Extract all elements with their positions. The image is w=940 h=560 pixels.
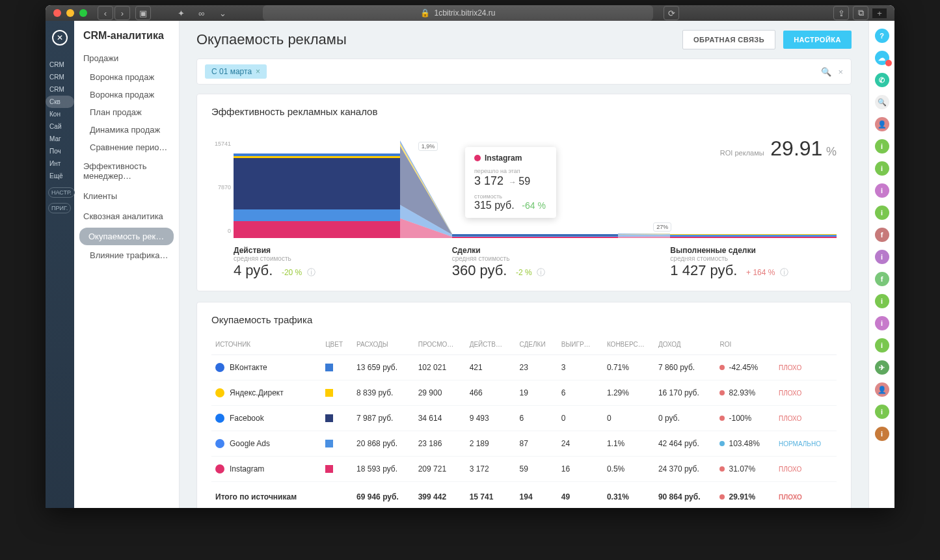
- sidebar-item[interactable]: План продаж: [74, 103, 179, 121]
- sidebar-item[interactable]: Влияние трафика на пр…: [74, 247, 179, 264]
- info-icon[interactable]: i: [875, 250, 889, 264]
- column-header[interactable]: [775, 334, 837, 355]
- tabs-icon[interactable]: ⧉: [853, 6, 868, 20]
- avatar[interactable]: 👤: [875, 117, 889, 131]
- feedback-button[interactable]: ОБРАТНАЯ СВЯЗЬ: [682, 30, 775, 49]
- info-icon[interactable]: i: [875, 206, 889, 220]
- column-header[interactable]: ROI: [716, 334, 775, 355]
- rail-item[interactable]: Инт: [46, 157, 74, 170]
- sidebar: CRM-аналитика ПродажиВоронка продажВорон…: [74, 21, 180, 508]
- chat-icon[interactable]: ✆: [875, 73, 889, 87]
- window-max-icon[interactable]: [79, 9, 87, 17]
- info-icon[interactable]: ⓘ: [307, 267, 316, 277]
- pocket-icon[interactable]: ⌄: [213, 6, 232, 20]
- new-tab-button[interactable]: +: [872, 8, 887, 18]
- reload-icon[interactable]: ⟳: [664, 6, 679, 20]
- ext-icon[interactable]: ∞: [193, 6, 211, 20]
- info-icon[interactable]: i: [875, 161, 889, 176]
- window-close-icon[interactable]: [53, 9, 61, 17]
- sidebar-item[interactable]: Окупаемость рекламы: [79, 228, 174, 245]
- chip-remove-icon[interactable]: ×: [256, 67, 260, 76]
- rail-item[interactable]: Маг: [46, 133, 74, 145]
- column-header[interactable]: ПРОСМО…: [414, 334, 466, 355]
- table-row[interactable]: Google Ads 20 868 руб. 23 186 2 189 87 2…: [211, 431, 837, 457]
- settings-button[interactable]: НАСТРОЙКА: [783, 31, 852, 49]
- rail-settings-button[interactable]: НАСТР.: [48, 187, 75, 198]
- share-icon[interactable]: ⇪: [833, 6, 849, 20]
- cell-deals: 59: [516, 457, 557, 482]
- search-rail-icon[interactable]: 🔍: [875, 95, 889, 109]
- cell-conv: 0.71%: [603, 355, 654, 380]
- roi-badge: ПЛОХО: [779, 466, 801, 473]
- sidebar-item[interactable]: Продажи: [74, 48, 179, 68]
- column-header[interactable]: ДЕЙСТВ…: [466, 334, 516, 355]
- cell-deals: 23: [516, 355, 557, 380]
- info-icon[interactable]: i: [875, 316, 889, 330]
- info-icon[interactable]: ⓘ: [780, 267, 788, 277]
- funnel-layer[interactable]: [234, 209, 400, 221]
- rail-invite-button[interactable]: ПРИГ.: [48, 203, 71, 213]
- info-icon[interactable]: ⓘ: [537, 267, 545, 277]
- table-row[interactable]: ВКонтакте 13 659 руб. 102 021 421 23 3 0…: [211, 355, 837, 380]
- funnel-layer[interactable]: [234, 221, 400, 238]
- info-icon[interactable]: f: [875, 228, 889, 242]
- funnel-layer[interactable]: [452, 237, 619, 238]
- sidebar-item[interactable]: Клиенты: [74, 186, 179, 206]
- telegram-icon[interactable]: ✈: [875, 360, 889, 375]
- rail-item[interactable]: Скв: [46, 96, 74, 108]
- column-header[interactable]: ДОХОД: [654, 334, 716, 355]
- table-card: Окупаемость трафика ИСТОЧНИКЦВЕТРАСХОДЫП…: [196, 302, 852, 508]
- sidebar-item[interactable]: Воронка продаж: [74, 86, 179, 103]
- close-icon[interactable]: ✕: [52, 30, 68, 46]
- funnel-layer[interactable]: [234, 158, 400, 209]
- clear-icon[interactable]: ×: [838, 67, 843, 77]
- sidebar-toggle-icon[interactable]: ▣: [135, 6, 151, 20]
- sidebar-item[interactable]: Эффективность менеджер…: [74, 156, 179, 186]
- column-header[interactable]: КОНВЕРС…: [603, 334, 654, 355]
- table-row[interactable]: Facebook 7 987 руб. 34 614 9 493 6 0 0 0…: [211, 406, 837, 431]
- rail-item[interactable]: CRM: [46, 83, 74, 96]
- evernote-icon[interactable]: ✦: [172, 6, 190, 20]
- rail-item[interactable]: Ещё: [46, 170, 74, 182]
- column-header[interactable]: ВЫИГР…: [557, 334, 603, 355]
- forward-button[interactable]: ›: [114, 6, 130, 20]
- lock-icon: 🔒: [420, 8, 430, 18]
- info-icon[interactable]: i: [875, 427, 889, 441]
- rail-item[interactable]: CRM: [46, 71, 74, 83]
- back-button[interactable]: ‹: [98, 6, 113, 20]
- rail-item[interactable]: Поч: [46, 145, 74, 157]
- sidebar-item[interactable]: Динамика продаж: [74, 121, 179, 139]
- source-name: Яндекс.Директ: [230, 388, 284, 397]
- rail-item[interactable]: Кон: [46, 108, 74, 120]
- table-row[interactable]: Яндекс.Директ 8 839 руб. 29 900 466 19 6…: [211, 380, 837, 406]
- funnel-connector: 27%: [618, 140, 670, 238]
- sidebar-item[interactable]: Воронка продаж: [74, 68, 179, 86]
- url-bar[interactable]: 🔒 1cbitrix.bitrix24.ru: [263, 5, 653, 21]
- funnel-layer[interactable]: [670, 237, 837, 238]
- sidebar-item[interactable]: Сравнение периодов: [74, 139, 179, 156]
- column-header[interactable]: ЦВЕТ: [321, 334, 353, 355]
- column-header[interactable]: ИСТОЧНИК: [211, 334, 321, 355]
- info-icon[interactable]: f: [875, 272, 889, 286]
- rail-item[interactable]: Сай: [46, 120, 74, 133]
- axis-tick: 15741: [215, 140, 231, 147]
- info-icon[interactable]: i: [875, 139, 889, 153]
- info-icon[interactable]: i: [875, 183, 889, 198]
- info-icon[interactable]: i: [875, 338, 889, 353]
- notifications-icon[interactable]: ☁: [875, 51, 889, 65]
- help-icon[interactable]: ?: [875, 29, 889, 43]
- info-icon[interactable]: i: [875, 294, 889, 308]
- cell-won: 24: [557, 431, 603, 457]
- sidebar-item[interactable]: Сквозная аналитика: [74, 206, 179, 226]
- column-header[interactable]: СДЕЛКИ: [516, 334, 557, 355]
- window-min-icon[interactable]: [66, 9, 74, 17]
- color-swatch: [325, 389, 333, 397]
- info-icon[interactable]: i: [875, 405, 889, 419]
- filter-chip[interactable]: С 01 марта ×: [205, 64, 267, 79]
- table-row[interactable]: Instagram 18 593 руб. 209 721 3 172 59 1…: [211, 457, 837, 482]
- rail-item[interactable]: CRM: [46, 59, 74, 71]
- column-header[interactable]: РАСХОДЫ: [353, 334, 414, 355]
- search-icon[interactable]: 🔍: [821, 67, 831, 77]
- avatar[interactable]: 👤: [875, 382, 889, 397]
- filter-bar[interactable]: С 01 марта × 🔍 ×: [196, 59, 852, 85]
